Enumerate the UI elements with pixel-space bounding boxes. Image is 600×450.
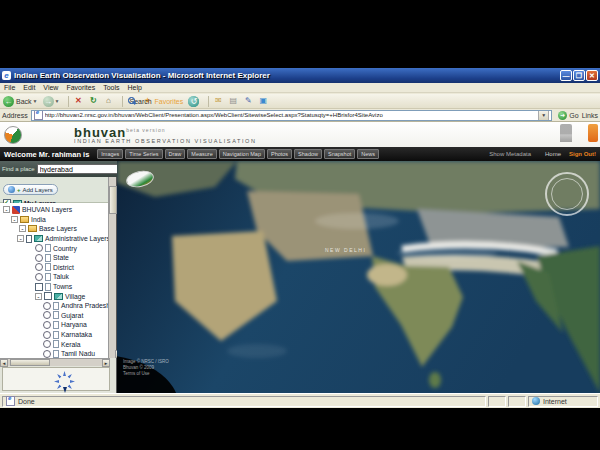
radio-button[interactable] bbox=[43, 340, 51, 348]
home-button[interactable]: ⌂ bbox=[103, 96, 113, 106]
nav-photos[interactable]: Photos bbox=[267, 149, 292, 159]
home-link[interactable]: Home bbox=[545, 151, 561, 157]
nav-snapshot[interactable]: Snapshot bbox=[324, 149, 355, 159]
tree-item-country[interactable]: Country bbox=[0, 243, 110, 253]
compass-ring[interactable] bbox=[545, 172, 589, 216]
signout-link[interactable]: Sign Out! bbox=[569, 151, 596, 157]
tree-item-base-layers[interactable]: -Base Layers bbox=[0, 224, 110, 234]
forward-dropdown-icon[interactable]: ▼ bbox=[55, 98, 60, 104]
nav-measure[interactable]: Measure bbox=[187, 149, 216, 159]
nav-time-series[interactable]: Time Series bbox=[125, 149, 162, 159]
stop-button[interactable]: ✕ bbox=[73, 96, 83, 106]
tree-item-district[interactable]: District bbox=[0, 263, 110, 273]
doc-icon bbox=[45, 283, 51, 291]
back-button[interactable]: ←Back▼ bbox=[3, 96, 38, 107]
doc-icon bbox=[53, 350, 59, 358]
checkbox[interactable] bbox=[44, 292, 52, 300]
tree-item-village[interactable]: -Village bbox=[0, 291, 110, 301]
radio-button[interactable] bbox=[35, 244, 43, 252]
map-attribution: Image © NRSC / ISROBhuvan © 2009Terms of… bbox=[123, 359, 169, 377]
search-button[interactable]: Search bbox=[127, 96, 137, 106]
tree-item-bhuvan-layers[interactable]: -BHUVAN Layers bbox=[0, 205, 110, 215]
tree-item-label: District bbox=[53, 264, 74, 271]
tree-vertical-scrollbar[interactable]: ▲ ▼ bbox=[108, 177, 116, 358]
tree-item-state[interactable]: State bbox=[0, 253, 110, 263]
doc-icon bbox=[53, 340, 59, 348]
pan-arrow-icon[interactable] bbox=[70, 380, 75, 383]
menu-edit[interactable]: Edit bbox=[23, 84, 35, 91]
address-url[interactable]: http://bhuvan2.nrsc.gov.in/bhuvan/WebCli… bbox=[45, 112, 539, 118]
mail-button[interactable]: ✉ bbox=[213, 96, 223, 106]
expander-icon[interactable]: - bbox=[19, 225, 26, 232]
tree-item-administrative-layers[interactable]: -Administrative Layers bbox=[0, 234, 110, 244]
title-bar[interactable]: e Indian Earth Observation Visualisation… bbox=[0, 68, 600, 83]
radio-button[interactable] bbox=[35, 263, 43, 271]
radio-button[interactable] bbox=[35, 254, 43, 262]
expander-icon[interactable]: - bbox=[17, 235, 24, 242]
scroll-right-icon[interactable]: ► bbox=[102, 359, 110, 367]
expander-icon[interactable]: - bbox=[3, 206, 10, 213]
pan-arrow-icon[interactable] bbox=[56, 384, 62, 390]
messenger-button[interactable]: ▣ bbox=[258, 96, 268, 106]
radio-button[interactable] bbox=[35, 273, 43, 281]
nav-draw[interactable]: Draw bbox=[165, 149, 186, 159]
history-button[interactable]: ↺ bbox=[188, 96, 199, 107]
vscroll-thumb[interactable] bbox=[109, 186, 117, 214]
nav-news[interactable]: News bbox=[357, 149, 379, 159]
edit-button[interactable]: ✎ bbox=[243, 96, 253, 106]
minimize-button[interactable]: — bbox=[560, 70, 572, 81]
expander-icon[interactable]: - bbox=[35, 293, 42, 300]
tree-horizontal-scrollbar[interactable]: ◄ ► bbox=[0, 358, 110, 366]
tree-item-haryana[interactable]: Haryana bbox=[0, 320, 110, 330]
tree-item-taluk[interactable]: Taluk bbox=[0, 272, 110, 282]
address-field[interactable]: http://bhuvan2.nrsc.gov.in/bhuvan/WebCli… bbox=[31, 110, 553, 121]
back-icon: ← bbox=[3, 96, 14, 107]
nav-images[interactable]: Images bbox=[97, 149, 123, 159]
tree-item-gujarat[interactable]: Gujarat bbox=[0, 311, 110, 321]
show-metadata-link[interactable]: Show Metadata bbox=[489, 151, 531, 157]
tree-item-towns[interactable]: Towns bbox=[0, 282, 110, 292]
menu-help[interactable]: Help bbox=[128, 84, 142, 91]
tree-item-andhra-pradesh[interactable]: Andhra Pradesh bbox=[0, 301, 110, 311]
menu-file[interactable]: File bbox=[4, 84, 15, 91]
add-layers-button[interactable]: + Add Layers bbox=[3, 184, 58, 195]
radio-button[interactable] bbox=[43, 321, 51, 329]
tree-item-india[interactable]: -India bbox=[0, 215, 110, 225]
menu-tools[interactable]: Tools bbox=[103, 84, 119, 91]
map-viewport[interactable]: NEW DELHI Image © NRSC / ISROBhuvan © 20… bbox=[117, 161, 600, 393]
checkbox[interactable] bbox=[26, 235, 32, 243]
hscroll-thumb[interactable] bbox=[10, 359, 50, 366]
tree-item-label: BHUVAN Layers bbox=[22, 206, 72, 213]
menu-view[interactable]: View bbox=[43, 84, 58, 91]
radio-button[interactable] bbox=[43, 311, 51, 319]
pan-compass[interactable] bbox=[53, 369, 75, 391]
scroll-left-icon[interactable]: ◄ bbox=[0, 359, 8, 367]
radio-button[interactable] bbox=[43, 331, 51, 339]
refresh-button[interactable]: ↻ bbox=[88, 96, 98, 106]
menu-favorites[interactable]: Favorites bbox=[66, 84, 95, 91]
nav-shadow[interactable]: Shadow bbox=[294, 149, 322, 159]
checkbox[interactable] bbox=[35, 283, 43, 291]
pan-arrow-icon[interactable] bbox=[56, 373, 62, 379]
maximize-button[interactable]: ❐ bbox=[573, 70, 585, 81]
radio-button[interactable] bbox=[43, 350, 51, 358]
doc-icon bbox=[45, 244, 51, 252]
expander-icon[interactable]: - bbox=[11, 216, 18, 223]
back-dropdown-icon[interactable]: ▼ bbox=[33, 98, 38, 104]
forward-button[interactable]: →▼ bbox=[43, 96, 60, 107]
pan-arrow-icon[interactable] bbox=[67, 384, 73, 390]
radio-button[interactable] bbox=[43, 302, 51, 310]
print-button[interactable]: ▤ bbox=[228, 96, 238, 106]
pan-arrow-icon[interactable] bbox=[54, 380, 59, 383]
close-button[interactable]: ✕ bbox=[586, 70, 598, 81]
address-dropdown-icon[interactable]: ▼ bbox=[538, 110, 549, 121]
go-button[interactable]: ➜ Go bbox=[558, 111, 578, 120]
pan-arrow-icon[interactable] bbox=[67, 373, 73, 379]
tree-item-tamil-nadu[interactable]: Tamil Nadu bbox=[0, 349, 110, 358]
nav-navigation-map[interactable]: Navigation Map bbox=[219, 149, 265, 159]
status-internet: Internet bbox=[543, 398, 567, 405]
tree-item-karnataka[interactable]: Karnataka bbox=[0, 330, 110, 340]
tree-item-kerala[interactable]: Kerala bbox=[0, 339, 110, 349]
pan-arrow-icon[interactable] bbox=[63, 371, 66, 376]
links-label[interactable]: Links bbox=[582, 112, 598, 119]
